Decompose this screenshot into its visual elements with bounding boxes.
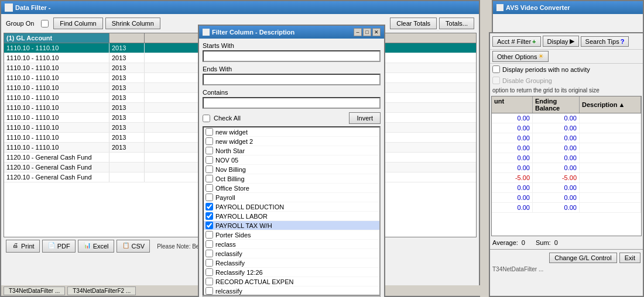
list-item[interactable]: relcassify bbox=[204, 286, 379, 296]
list-item[interactable]: PAYROLL DEDUCTION bbox=[204, 202, 379, 212]
csv-button[interactable]: 📋 CSV bbox=[117, 240, 150, 253]
dialog-controls: – □ ✕ bbox=[354, 28, 381, 36]
dialog-restore-button[interactable]: □ bbox=[363, 28, 371, 36]
acct-filter-plus-icon: + bbox=[532, 38, 536, 45]
search-tips-button[interactable]: Search Tips ? bbox=[581, 36, 629, 47]
filter-panel-taskbar: T34NetDataFilter ... bbox=[490, 265, 643, 274]
right-grid-hcell-desc: Description ▲ bbox=[580, 96, 641, 113]
print-icon: 🖨 bbox=[11, 242, 19, 250]
taskbar-item-2[interactable]: T34NetDataFilterF2 ... bbox=[67, 286, 136, 295]
change-gl-button[interactable]: Change G/L Control bbox=[549, 253, 616, 263]
list-item[interactable]: PAYROLL TAX W/H bbox=[204, 221, 379, 230]
bottom-note: Please Note: Betv bbox=[157, 243, 204, 250]
disable-grouping-label: Disable Grouping bbox=[502, 77, 552, 84]
csv-icon: 📋 bbox=[122, 242, 130, 250]
right-grid-row: 0.00 0.00 bbox=[492, 183, 641, 193]
list-item[interactable]: Reclassify 12:26 bbox=[204, 268, 379, 277]
right-grid-row: 0.00 0.00 bbox=[492, 123, 641, 133]
avs-window: AVS Video Converter bbox=[492, 0, 644, 35]
list-item[interactable]: RECORD ACTUAL EXPEN bbox=[204, 277, 379, 286]
dialog-close-button[interactable]: ✕ bbox=[372, 28, 381, 36]
avs-title: AVS Video Converter bbox=[506, 4, 570, 11]
dialog-icon bbox=[203, 29, 210, 36]
right-grid-row: 0.00 0.00 bbox=[492, 143, 641, 153]
right-grid-row: 0.00 0.00 bbox=[492, 133, 641, 143]
right-grid-hcell-ending: Ending Balance bbox=[533, 96, 580, 113]
grid-header-col2 bbox=[109, 33, 145, 43]
other-options-row: Other Options ☀ bbox=[490, 50, 643, 64]
find-column-button[interactable]: Find Column bbox=[53, 18, 102, 29]
contains-label: Contains bbox=[203, 89, 381, 96]
filter-dialog: Filter Column - Description – □ ✕ Starts… bbox=[198, 25, 385, 297]
filter-taskbar-item: T34NetDataFilter ... bbox=[492, 266, 543, 272]
desc-sort-icon: ▲ bbox=[619, 101, 625, 108]
right-grid-hcell-unt: unt bbox=[492, 96, 533, 113]
check-all-checkbox[interactable] bbox=[203, 115, 210, 122]
avs-icon bbox=[496, 4, 503, 11]
group-on-checkbox[interactable] bbox=[41, 20, 49, 27]
list-item[interactable]: PAYROLL LABOR bbox=[204, 212, 379, 221]
list-item[interactable]: new widget 2 bbox=[204, 137, 379, 146]
disable-grouping-checkbox bbox=[492, 77, 500, 84]
other-options-sun-icon: ☀ bbox=[538, 53, 544, 60]
right-grid-row: 0.00 0.00 bbox=[492, 113, 641, 123]
search-tips-icon: ? bbox=[621, 38, 625, 45]
display-button[interactable]: Display ▶ bbox=[543, 36, 579, 47]
dialog-title: Filter Column - Description bbox=[212, 29, 294, 36]
pdf-button[interactable]: 📄 PDF bbox=[42, 240, 76, 253]
display-periods-checkbox[interactable] bbox=[492, 65, 500, 73]
list-item[interactable]: Payroll bbox=[204, 193, 379, 202]
excel-button[interactable]: 📊 Excel bbox=[78, 240, 114, 253]
average-label: Average: bbox=[492, 239, 518, 246]
right-grid-row: 0.00 0.00 bbox=[492, 193, 641, 203]
list-item[interactable]: Office Store bbox=[204, 184, 379, 193]
filter-panel-toolbar: Acct # Filter + Display ▶ Search Tips ? bbox=[490, 33, 643, 50]
starts-with-input[interactable] bbox=[203, 50, 381, 62]
average-value: 0 bbox=[522, 239, 525, 246]
right-grid-row: -5.00 -5.00 bbox=[492, 173, 641, 183]
filter-panel: Acct # Filter + Display ▶ Search Tips ? … bbox=[489, 32, 644, 297]
acct-filter-button[interactable]: Acct # Filter + bbox=[492, 36, 541, 47]
sum-label: Sum: bbox=[536, 239, 551, 246]
contains-input[interactable] bbox=[203, 97, 381, 109]
group-on-label: Group On bbox=[6, 20, 34, 27]
list-item[interactable]: Porter Sides bbox=[204, 230, 379, 240]
main-titlebar: Data Filter - bbox=[1, 1, 479, 14]
display-periods-label: Display periods with no activity bbox=[502, 66, 590, 73]
taskbar-item-1[interactable]: T34NetDataFilter ... bbox=[4, 286, 65, 295]
sum-value: 0 bbox=[554, 239, 558, 246]
disable-grouping-row: Disable Grouping bbox=[490, 75, 643, 86]
check-all-row: Check All Invert bbox=[203, 112, 381, 124]
list-item[interactable]: North Star bbox=[204, 146, 379, 156]
right-grid-row: 0.00 0.00 bbox=[492, 163, 641, 173]
filter-bottom-buttons: Change G/L Control Exit bbox=[490, 251, 643, 265]
dialog-body: Starts With Ends With Contains Check All… bbox=[199, 39, 384, 297]
clear-totals-button[interactable]: Clear Totals bbox=[390, 18, 437, 29]
list-item[interactable]: reclassify bbox=[204, 249, 379, 258]
list-item[interactable]: Reclassify bbox=[204, 258, 379, 268]
invert-button[interactable]: Invert bbox=[349, 112, 381, 124]
dialog-minimize-button[interactable]: – bbox=[354, 28, 362, 36]
other-options-button[interactable]: Other Options ☀ bbox=[492, 51, 549, 62]
display-arrow-icon: ▶ bbox=[570, 37, 574, 45]
totals-button[interactable]: Totals... bbox=[439, 18, 474, 29]
window-icon bbox=[5, 4, 13, 12]
right-bottom-stats: Average: 0 Sum: 0 bbox=[490, 237, 643, 248]
list-item[interactable]: Oct Billing bbox=[204, 174, 379, 184]
excel-icon: 📊 bbox=[83, 242, 91, 250]
grid-note: option to return the grid to its origina… bbox=[490, 86, 643, 95]
dialog-titlebar: Filter Column - Description – □ ✕ bbox=[199, 26, 384, 39]
list-item[interactable]: reclass bbox=[204, 240, 379, 249]
right-grid-row: 0.00 0.00 bbox=[492, 203, 641, 213]
print-button[interactable]: 🖨 Print bbox=[6, 240, 40, 253]
starts-with-label: Starts With bbox=[203, 42, 381, 49]
filter-list[interactable]: new widget new widget 2 North Star NOV 0… bbox=[203, 126, 381, 296]
right-grid-header: unt Ending Balance Description ▲ bbox=[492, 96, 641, 113]
list-item[interactable]: Nov Billing bbox=[204, 165, 379, 174]
avs-titlebar: AVS Video Converter bbox=[493, 1, 643, 14]
shrink-column-button[interactable]: Shrink Column bbox=[105, 18, 160, 29]
list-item[interactable]: NOV 05 bbox=[204, 156, 379, 165]
list-item[interactable]: new widget bbox=[204, 127, 379, 137]
ends-with-input[interactable] bbox=[203, 74, 381, 85]
exit-button[interactable]: Exit bbox=[619, 253, 640, 263]
